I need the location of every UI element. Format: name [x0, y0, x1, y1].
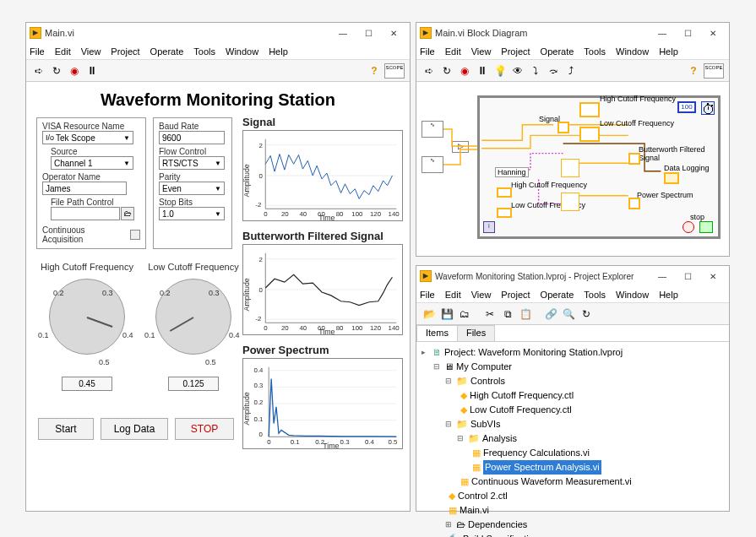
- vi-icon[interactable]: SCOPE: [704, 63, 724, 79]
- highlight-button[interactable]: 💡: [492, 63, 508, 79]
- menu-help[interactable]: Help: [659, 290, 678, 300]
- tab-files[interactable]: Files: [457, 325, 495, 341]
- lcf-control[interactable]: [497, 208, 512, 218]
- menu-edit[interactable]: Edit: [55, 46, 71, 57]
- filter-icon[interactable]: 🔍: [561, 306, 576, 322]
- proj-titlebar[interactable]: Waveform Monitoring Station.lvproj - Pro…: [416, 266, 729, 286]
- loop-condition[interactable]: [683, 221, 694, 233]
- minimize-button[interactable]: —: [330, 24, 356, 42]
- menu-operate[interactable]: Operate: [541, 46, 574, 57]
- wait-node[interactable]: ⏱: [701, 101, 715, 115]
- maximize-button[interactable]: ☐: [675, 24, 700, 42]
- hcf-terminal[interactable]: [579, 102, 600, 117]
- menu-project[interactable]: Project: [501, 46, 530, 57]
- menu-edit[interactable]: Edit: [445, 46, 461, 57]
- tree-psanalysis-vi[interactable]: ▦Power Spectrum Analysis.vi: [422, 460, 724, 475]
- menu-edit[interactable]: Edit: [445, 290, 461, 300]
- retain-button[interactable]: 👁: [510, 63, 525, 79]
- project-tree[interactable]: ▸🗎Project: Waveform Monitoring Station.l…: [416, 342, 729, 537]
- tree-controls-folder[interactable]: ⊟📁Controls: [422, 374, 724, 388]
- menu-operate[interactable]: Operate: [541, 290, 574, 300]
- tree-analysis-folder[interactable]: ⊟📁Analysis: [422, 431, 724, 446]
- tree-lcf-ctl[interactable]: ◆Low Cutoff Frequency.ctl: [422, 403, 724, 417]
- menu-window[interactable]: Window: [616, 46, 649, 57]
- tree-dependencies[interactable]: ⊞🗁Dependencies: [422, 518, 724, 532]
- copy-icon[interactable]: ⧉: [500, 306, 515, 322]
- save-button[interactable]: 💾: [439, 306, 454, 322]
- spectrum-subvi[interactable]: [561, 193, 579, 211]
- menu-help[interactable]: Help: [269, 46, 288, 57]
- tree-subvis-folder[interactable]: ⊟📁SubVIs: [422, 417, 724, 431]
- pause-button[interactable]: II: [475, 63, 490, 79]
- tree-project-root[interactable]: ▸🗎Project: Waveform Monitoring Station.l…: [422, 345, 724, 360]
- constant-100[interactable]: 100: [677, 101, 696, 113]
- flow-select[interactable]: RTS/CTS▼: [159, 156, 225, 170]
- menu-file[interactable]: File: [30, 46, 45, 57]
- continuous-checkbox[interactable]: [130, 230, 140, 240]
- minimize-button[interactable]: —: [650, 267, 675, 285]
- maximize-button[interactable]: ☐: [675, 267, 700, 285]
- tab-items[interactable]: Items: [416, 325, 458, 341]
- menu-file[interactable]: File: [420, 46, 435, 57]
- menu-tools[interactable]: Tools: [584, 290, 606, 300]
- menu-tools[interactable]: Tools: [584, 46, 606, 57]
- logdata-button[interactable]: Log Data: [101, 418, 168, 440]
- help-icon[interactable]: ?: [686, 63, 701, 79]
- menu-help[interactable]: Help: [659, 46, 678, 57]
- menu-project[interactable]: Project: [501, 290, 530, 300]
- menu-file[interactable]: File: [420, 290, 435, 300]
- block-titlebar[interactable]: Main.vi Block Diagram — ☐ ✕: [416, 23, 729, 43]
- step-over-button[interactable]: ⤼: [546, 63, 561, 79]
- run-button[interactable]: ➪: [422, 63, 437, 79]
- tree-build[interactable]: 🔨Build Specifications: [422, 532, 724, 537]
- tree-freqcalc-vi[interactable]: ▦Frequency Calculations.vi: [422, 446, 724, 460]
- run-continuous-button[interactable]: ↻: [49, 63, 64, 79]
- lcf-value[interactable]: 0.125: [168, 377, 219, 391]
- menu-view[interactable]: View: [471, 46, 492, 57]
- baud-input[interactable]: 9600: [159, 131, 225, 144]
- vi-icon[interactable]: SCOPE: [384, 63, 405, 79]
- browse-button[interactable]: 🗁: [121, 207, 134, 220]
- bfs-indicator[interactable]: [628, 153, 640, 165]
- menu-window[interactable]: Window: [616, 290, 649, 300]
- block-diagram-body[interactable]: High Cutoff Frequency Low Cutoff Frequen…: [416, 82, 729, 256]
- front-titlebar[interactable]: Main.vi — ☐ ✕: [26, 23, 410, 43]
- menu-window[interactable]: Window: [226, 46, 258, 57]
- stopbits-select[interactable]: 1.0▼: [159, 207, 225, 220]
- hcf-value[interactable]: 0.45: [62, 377, 112, 391]
- menu-tools[interactable]: Tools: [193, 46, 215, 57]
- filepath-input[interactable]: [51, 207, 120, 220]
- abort-button[interactable]: ◉: [457, 63, 472, 79]
- close-button[interactable]: ✕: [700, 24, 726, 42]
- hanning-constant[interactable]: Hanning: [495, 167, 529, 177]
- operator-input[interactable]: James: [42, 182, 127, 195]
- filter-subvi[interactable]: [561, 159, 579, 177]
- loop-iteration[interactable]: i: [483, 221, 495, 233]
- while-loop[interactable]: High Cutoff Frequency Low Cutoff Frequen…: [477, 95, 721, 239]
- tree-hcf-ctl[interactable]: ◆High Cutoff Frequency.ctl: [422, 388, 724, 403]
- menu-operate[interactable]: Operate: [150, 46, 184, 57]
- help-icon[interactable]: ?: [367, 63, 382, 79]
- tree-my-computer[interactable]: ⊟🖥My Computer: [422, 360, 724, 374]
- refresh-icon[interactable]: ↻: [579, 306, 594, 322]
- menu-project[interactable]: Project: [111, 46, 139, 57]
- signal-indicator[interactable]: [557, 122, 569, 133]
- tree-cwm-vi[interactable]: ▦Continuous Waveform Measurement.vi: [422, 475, 724, 489]
- step-out-button[interactable]: ⤴: [563, 63, 579, 79]
- hcf-control[interactable]: [497, 187, 512, 198]
- resolve-icon[interactable]: 🔗: [543, 306, 558, 322]
- source-select[interactable]: Channel 1▼: [51, 156, 133, 170]
- close-button[interactable]: ✕: [700, 267, 726, 285]
- menu-view[interactable]: View: [471, 290, 492, 300]
- datalogging-subvi[interactable]: [664, 172, 679, 184]
- tree-control2[interactable]: ◆Control 2.ctl: [422, 489, 724, 503]
- run-button[interactable]: ➪: [31, 63, 46, 79]
- tree-mainvi[interactable]: ▦Main.vi: [422, 503, 724, 518]
- run-continuous-button[interactable]: ↻: [439, 63, 454, 79]
- abort-button[interactable]: ◉: [67, 63, 82, 79]
- stop-terminal[interactable]: [699, 221, 713, 233]
- parity-select[interactable]: Even▼: [159, 182, 225, 195]
- ps-indicator[interactable]: [628, 198, 640, 209]
- visa-resource-select[interactable]: I/oTek Scope▼: [42, 131, 133, 144]
- lcf-terminal[interactable]: [579, 127, 600, 142]
